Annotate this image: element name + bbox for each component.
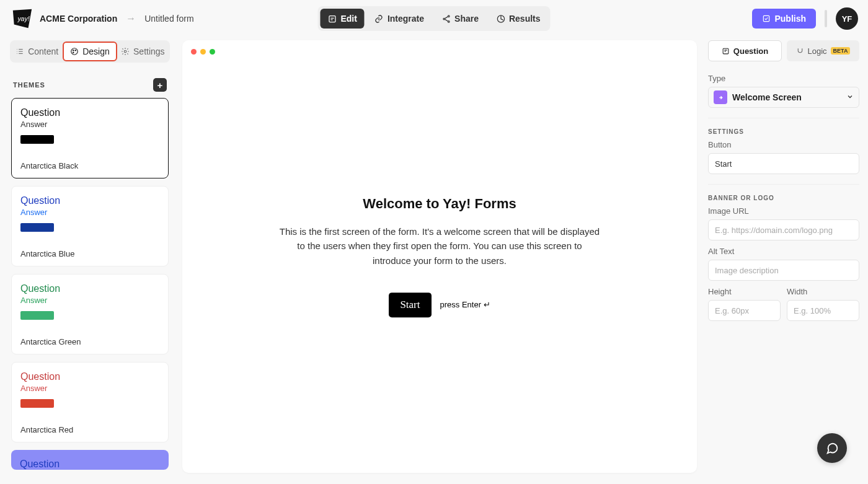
svg-point-7 [71, 48, 78, 55]
tab-content[interactable]: Content [11, 42, 63, 61]
themes-panel: THEMES + Question Answer Antarctica Blac… [6, 78, 174, 484]
share-tab[interactable]: Share [434, 9, 486, 29]
divider [708, 118, 859, 118]
theme-card[interactable]: Question Answer Antarctica Red [11, 362, 169, 442]
edit-tab[interactable]: Edit [320, 9, 364, 29]
width-input[interactable] [787, 300, 859, 321]
help-button[interactable] [817, 433, 847, 463]
right-tabs: Question Logic BETA [708, 40, 859, 61]
question-icon [722, 47, 730, 55]
svg-text:yay!: yay! [17, 15, 29, 22]
results-tab[interactable]: Results [489, 9, 548, 29]
publish-icon [762, 14, 771, 23]
results-icon [496, 14, 505, 24]
right-column: Question Logic BETA Type Welcome Screen … [708, 37, 868, 484]
theme-card[interactable]: Question Answer Antarctica Blue [11, 186, 169, 266]
gear-icon [121, 47, 130, 56]
palette-icon [70, 47, 79, 56]
welcome-screen-icon [714, 90, 727, 104]
color-swatch [20, 311, 54, 320]
type-select[interactable]: Welcome Screen [708, 87, 859, 108]
list-icon [16, 47, 24, 56]
toolbar-divider [825, 10, 827, 27]
alt-text-input[interactable] [708, 260, 859, 281]
edit-icon [327, 14, 337, 24]
theme-name: Antarctica Green [20, 337, 159, 346]
close-dot-icon [191, 49, 197, 55]
breadcrumb-form-name[interactable]: Untitled form [144, 14, 193, 24]
tab-settings[interactable]: Settings [117, 42, 169, 61]
settings-heading: SETTINGS [708, 128, 859, 135]
left-tabs: Content Design Settings [10, 40, 170, 63]
chat-icon [825, 441, 839, 455]
image-url-label: Image URL [708, 206, 859, 216]
minimize-dot-icon [200, 49, 206, 55]
link-icon [374, 14, 384, 24]
color-swatch [20, 135, 54, 144]
tab-design[interactable]: Design [63, 42, 117, 61]
divider [708, 184, 859, 185]
maximize-dot-icon [210, 49, 215, 55]
top-bar: yay! ACME Corporation → Untitled form Ed… [0, 0, 868, 37]
share-icon [441, 14, 451, 24]
svg-point-11 [124, 50, 126, 53]
tab-logic[interactable]: Logic BETA [787, 40, 859, 61]
width-label: Width [787, 287, 859, 296]
chevron-right-icon: → [126, 13, 136, 24]
beta-badge: BETA [831, 47, 851, 55]
svg-rect-6 [764, 15, 769, 21]
toolbar-center: Edit Integrate Share Results [317, 6, 550, 31]
svg-rect-1 [329, 15, 335, 22]
themes-heading: THEMES [13, 81, 45, 89]
height-input[interactable] [708, 300, 781, 321]
svg-point-3 [443, 18, 445, 20]
image-url-input[interactable] [708, 219, 859, 240]
yay-logo-icon: yay! [10, 7, 35, 30]
welcome-description[interactable]: This is the first screen of the form. It… [278, 224, 601, 268]
button-label: Button [708, 140, 859, 149]
preview-column: Welcome to Yay! Forms This is the first … [174, 37, 708, 484]
height-label: Height [708, 287, 781, 296]
toolbar-right: Publish YF [752, 7, 858, 30]
breadcrumb: ACME Corporation → Untitled form [40, 13, 194, 24]
logo[interactable]: yay! [10, 7, 35, 30]
breadcrumb-org[interactable]: ACME Corporation [40, 14, 117, 24]
color-swatch [20, 223, 54, 232]
theme-name: Antarctica Blue [20, 249, 159, 258]
window-traffic-lights [191, 49, 215, 55]
theme-card[interactable]: Question [11, 450, 169, 470]
color-swatch [20, 399, 54, 408]
theme-name: Antarctica Black [20, 161, 159, 170]
banner-heading: BANNER OR LOGO [708, 195, 859, 201]
theme-name: Antarctica Red [20, 425, 159, 434]
logic-icon [796, 47, 804, 55]
integrate-tab[interactable]: Integrate [367, 9, 432, 29]
add-theme-button[interactable]: + [153, 78, 167, 92]
svg-point-9 [75, 50, 76, 51]
svg-point-8 [73, 50, 74, 51]
theme-card[interactable]: Question Answer Antarctica Black [11, 98, 169, 178]
start-button[interactable]: Start [389, 293, 431, 317]
welcome-title[interactable]: Welcome to Yay! Forms [278, 196, 601, 212]
chevron-down-icon [846, 92, 854, 103]
left-column: Content Design Settings THEMES + Q [6, 37, 174, 484]
tab-question[interactable]: Question [708, 40, 782, 61]
type-label: Type [708, 74, 859, 83]
press-enter-hint: press Enter ↵ [440, 300, 490, 309]
main-layout: Content Design Settings THEMES + Q [0, 37, 868, 484]
theme-card[interactable]: Question Answer Antarctica Green [11, 274, 169, 354]
alt-text-label: Alt Text [708, 247, 859, 256]
publish-button[interactable]: Publish [752, 9, 816, 29]
button-text-input[interactable] [708, 153, 859, 174]
svg-point-4 [448, 20, 450, 22]
svg-point-2 [448, 15, 450, 17]
avatar[interactable]: YF [836, 7, 858, 30]
form-preview: Welcome to Yay! Forms This is the first … [182, 40, 697, 473]
svg-point-10 [73, 52, 74, 53]
